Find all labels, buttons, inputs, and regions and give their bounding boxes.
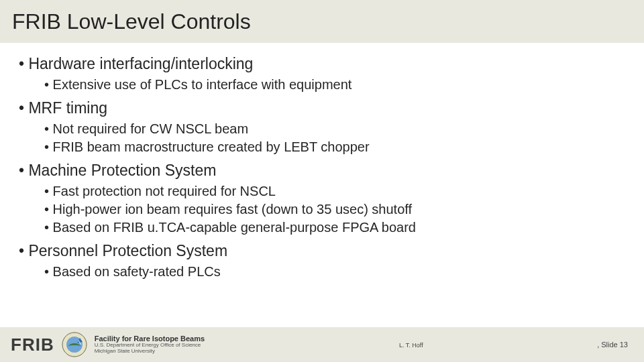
bullet-main: Hardware interfacing/interlocking Extens… (19, 54, 625, 94)
bullet-main: Personnel Protection System Based on saf… (19, 241, 625, 281)
author-label: L. T. Hoff (399, 342, 423, 349)
bullet-main: Machine Protection System Fast protectio… (19, 160, 625, 237)
bullet-sub: High-power ion beam requires fast (down … (44, 200, 625, 219)
bullet-text: Personnel Protection System (28, 242, 227, 259)
doe-badge-icon (61, 331, 88, 358)
bullet-sub: Fast protection not required for NSCL (44, 182, 625, 200)
title-bar: FRIB Low-Level Controls (0, 0, 644, 43)
slide-body: Hardware interfacing/interlocking Extens… (0, 43, 644, 281)
bullet-text: MRF timing (28, 99, 107, 117)
bullet-sub: Based on FRIB u.TCA-capable general-purp… (44, 219, 625, 237)
bullet-text: Machine Protection System (28, 162, 216, 179)
footer: FRIB Facility for Rare Isotope Beams U.S… (0, 327, 644, 362)
facility-text: Facility for Rare Isotope Beams U.S. Dep… (95, 335, 205, 354)
bullet-sub: Based on safety-rated PLCs (44, 263, 625, 281)
bullet-sub: Not required for CW NSCL beam (44, 120, 625, 138)
bullet-sub: FRIB beam macrostructure created by LEBT… (44, 138, 625, 156)
bullet-sub: Extensive use of PLCs to interface with … (44, 76, 625, 94)
logo-block: FRIB Facility for Rare Isotope Beams U.S… (11, 331, 205, 358)
slide-number: , Slide 13 (597, 341, 628, 349)
slide-title: FRIB Low-Level Controls (12, 9, 251, 34)
frib-logo-text: FRIB (11, 335, 54, 355)
slide: FRIB Low-Level Controls Hardware interfa… (0, 0, 644, 362)
facility-line3: Michigan State University (95, 349, 205, 354)
bullet-main: MRF timing Not required for CW NSCL beam… (19, 98, 625, 156)
bullet-text: Hardware interfacing/interlocking (28, 55, 253, 72)
